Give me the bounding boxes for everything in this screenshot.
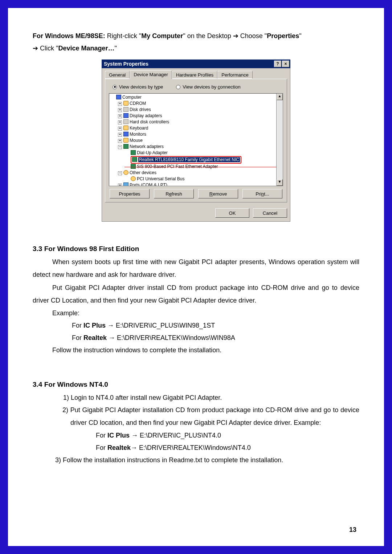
s34-realtek: For Realtek→ E:\DRIVER\REALTEK\Windows\N… bbox=[33, 442, 359, 454]
tree-keyboard[interactable]: Keyboard bbox=[130, 126, 148, 131]
radio-view-by-type[interactable]: View devices by type bbox=[113, 84, 163, 90]
refresh-button[interactable]: Refresh bbox=[154, 189, 194, 198]
tab-device-manager[interactable]: Device Manager bbox=[130, 70, 172, 79]
adapter-icon bbox=[131, 150, 136, 155]
device-tree[interactable]: Computer +CDROM +Disk drives +Display ad… bbox=[109, 93, 283, 186]
s33-p1: When system boots up first time with new… bbox=[33, 256, 359, 281]
tree-cdrom[interactable]: CDROM bbox=[130, 101, 146, 106]
s33-p3: Follow the instruction windows to comple… bbox=[33, 344, 359, 356]
tree-hdd-controllers[interactable]: Hard disk controllers bbox=[130, 119, 169, 124]
tree-display-adapters[interactable]: Display adapters bbox=[130, 113, 162, 118]
heading-3-3: 3.3 For Windows 98 First Edition bbox=[33, 245, 359, 253]
adapter-icon bbox=[132, 157, 137, 162]
s33-example-label: Example: bbox=[33, 307, 359, 319]
tab-performance[interactable]: Performance bbox=[217, 71, 252, 79]
unknown-icon bbox=[123, 170, 128, 175]
s34-l3: 3) Follow the installation instructions … bbox=[33, 454, 359, 466]
keyboard-icon bbox=[123, 126, 128, 130]
system-properties-dialog: System Properties ? × General Device Man… bbox=[102, 59, 290, 222]
disk-icon bbox=[123, 107, 128, 112]
scroll-up-button[interactable]: ▲ bbox=[277, 94, 283, 100]
cdrom-icon bbox=[123, 101, 128, 106]
s34-l2: 2) Put Gigabit PCI Adapter installation … bbox=[33, 404, 359, 429]
s34-icplus: For IC Plus → E:\DRIVER\IC_PLUS\NT4.0 bbox=[33, 429, 359, 442]
close-button[interactable]: × bbox=[282, 61, 289, 67]
tab-panel: View devices by type View devices by con… bbox=[105, 79, 287, 202]
print-button[interactable]: Print... bbox=[242, 189, 282, 198]
tree-dialup[interactable]: Dial-Up Adapter bbox=[137, 150, 168, 155]
computer-icon bbox=[116, 95, 121, 99]
monitor-icon bbox=[123, 132, 128, 136]
tab-hardware-profiles[interactable]: Hardware Profiles bbox=[172, 71, 217, 79]
tree-ports[interactable]: Ports (COM & LPT) bbox=[130, 182, 167, 186]
s34-l1: 1) Login to NT4.0 after install new Giga… bbox=[33, 391, 359, 404]
tree-mouse[interactable]: Mouse bbox=[130, 138, 143, 143]
unknown-icon bbox=[131, 176, 136, 181]
dialog-titlebar[interactable]: System Properties ? × bbox=[102, 59, 290, 68]
help-button[interactable]: ? bbox=[274, 61, 281, 67]
intro-line-2: ➔ Click "Device Manager…" bbox=[33, 42, 359, 54]
network-icon bbox=[123, 144, 128, 149]
s33-realtek: For Realtek → E:\DRIVER\REALTEK\Windows\… bbox=[33, 332, 359, 344]
tree-monitors[interactable]: Monitors bbox=[130, 132, 146, 137]
cancel-button[interactable]: Cancel bbox=[253, 208, 287, 218]
radio-view-by-connection[interactable]: View devices by connection bbox=[176, 84, 240, 90]
tree-computer[interactable]: Computer bbox=[122, 95, 142, 100]
mouse-icon bbox=[123, 138, 128, 143]
properties-button[interactable]: Properties bbox=[110, 189, 150, 198]
heading-3-4: 3.4 For Windows NT4.0 bbox=[33, 381, 359, 389]
tree-pci-usb[interactable]: PCI Universal Serial Bus bbox=[137, 176, 184, 181]
page-number: 13 bbox=[349, 526, 356, 534]
tab-strip: General Device Manager Hardware Profiles… bbox=[105, 70, 287, 79]
s33-p2: Put Gigabit PCI Adapter driver install C… bbox=[33, 282, 359, 307]
scroll-down-button[interactable]: ▼ bbox=[277, 179, 283, 186]
ok-button[interactable]: OK bbox=[215, 208, 249, 218]
hdd-icon bbox=[123, 119, 128, 124]
ports-icon bbox=[123, 182, 128, 186]
radio-dot-icon bbox=[176, 85, 180, 89]
tree-disk-drives[interactable]: Disk drives bbox=[130, 107, 151, 112]
tree-network-adapters[interactable]: Network adapters bbox=[130, 144, 164, 149]
adapter-icon bbox=[131, 164, 136, 169]
tree-scrollbar[interactable]: ▲ ▼ bbox=[276, 94, 283, 186]
remove-button[interactable]: Remove bbox=[198, 189, 238, 198]
tree-sis-nic[interactable]: SiS 900-Based PCI Fast Ethernet Adapter bbox=[137, 164, 218, 169]
tree-other-devices[interactable]: Other devices bbox=[130, 170, 156, 175]
tab-general[interactable]: General bbox=[105, 71, 130, 79]
s33-icplus: For IC Plus → E:\DRIVER\IC_PLUS\WIN98_1S… bbox=[33, 319, 359, 332]
dialog-title: System Properties bbox=[104, 61, 148, 67]
intro-line-1: For Windows ME/98SE: Right-click "My Com… bbox=[33, 30, 359, 42]
display-icon bbox=[123, 113, 128, 118]
tree-realtek-nic[interactable]: Realtek RTL8169/8110 Family Gigabit Ethe… bbox=[138, 157, 240, 162]
radio-dot-icon bbox=[113, 85, 117, 89]
